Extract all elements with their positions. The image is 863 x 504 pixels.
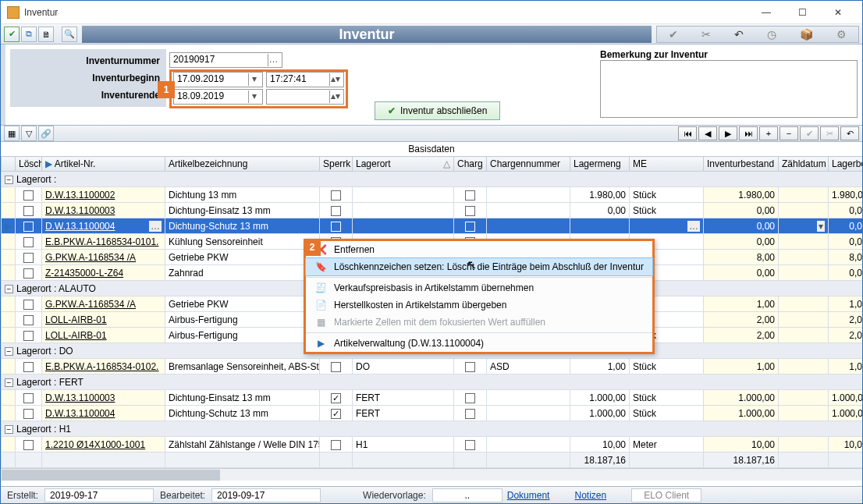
status-dokument-link[interactable]: Dokument xyxy=(507,490,550,501)
begin-time-field[interactable]: 17:27:41 xyxy=(270,73,329,86)
inventurnummer-field[interactable]: 20190917 xyxy=(173,54,268,66)
sperr-checkbox[interactable] xyxy=(331,222,341,232)
remove-row-button[interactable]: − xyxy=(780,126,798,140)
table-row[interactable]: D.W.13.1100003Dichtung-Einsatz 13 mmFERT… xyxy=(2,390,863,406)
sperr-checkbox[interactable] xyxy=(331,409,341,419)
charge-checkbox[interactable] xyxy=(465,409,475,419)
artikel-nr-link[interactable]: D.W.13.1100002 xyxy=(45,190,115,201)
col-lagerbe[interactable]: Lagerbe xyxy=(829,157,863,172)
context-menu-item[interactable]: 🔖Löschkennzeichen setzen: Löscht die Ein… xyxy=(305,257,653,276)
col-delete[interactable]: Lösch xyxy=(16,157,42,172)
delete-checkbox[interactable] xyxy=(23,362,34,372)
col-bezeichnung[interactable]: Artikelbezeichnung xyxy=(165,157,320,172)
table-row[interactable]: D.W.13.1100004Dichtung-Schutz 13 mmFERT1… xyxy=(2,406,863,421)
col-zaehldatum[interactable]: Zähldatum xyxy=(779,157,829,172)
col-artikel-nr[interactable]: ▶ Artikel-Nr. xyxy=(42,157,165,172)
settings-icon[interactable]: ⚙ xyxy=(836,28,847,41)
artikel-nr-link[interactable]: G.PKW.A-1168534 /A xyxy=(45,299,136,310)
delete-checkbox[interactable] xyxy=(23,268,34,279)
artikel-nr-link[interactable]: 1.2210 Ø14X1000-1001 xyxy=(45,439,145,450)
spinner-icon[interactable]: ▴▾ xyxy=(329,73,340,86)
delete-checkbox[interactable] xyxy=(23,440,34,450)
clock-icon[interactable]: ◷ xyxy=(767,28,776,41)
status-notizen-link[interactable]: Notizen xyxy=(574,490,606,501)
col-charge[interactable]: Charg xyxy=(454,157,487,172)
delete-checkbox[interactable] xyxy=(23,222,34,232)
chevron-down-icon[interactable]: ▾ xyxy=(248,73,259,86)
col-lagerort[interactable]: Lagerort △ xyxy=(353,157,454,172)
nav-last-button[interactable]: ⏭ xyxy=(739,126,758,140)
artikel-nr-link[interactable]: D.W.13.1100004 xyxy=(45,221,115,232)
minimize-button[interactable]: — xyxy=(748,1,784,24)
group-row[interactable]: −Lagerort : H1 xyxy=(2,421,863,437)
artikel-nr-link[interactable]: G.PKW.A-1168534 /A xyxy=(45,252,136,263)
context-menu-item[interactable]: ❌Entfernen xyxy=(306,241,652,258)
delete-checkbox[interactable] xyxy=(23,190,34,201)
delete-checkbox[interactable] xyxy=(23,409,34,419)
charge-checkbox[interactable] xyxy=(465,393,475,403)
box-icon[interactable]: 📦 xyxy=(800,28,813,41)
artikel-nr-link[interactable]: E.B.PKW.A-1168534-0102. xyxy=(45,361,158,372)
artikel-nr-link[interactable]: LOLL-AIRB-01 xyxy=(45,330,107,341)
nav-next-button[interactable]: ▶ xyxy=(719,126,737,140)
delete-checkbox[interactable] xyxy=(23,253,34,263)
maximize-button[interactable]: ☐ xyxy=(784,1,820,24)
lookup-icon[interactable]: … xyxy=(268,54,279,66)
sperr-checkbox[interactable] xyxy=(331,190,341,201)
charge-checkbox[interactable] xyxy=(465,440,475,450)
table-row[interactable]: E.B.PKW.A-1168534-0102.Bremsanlage Senso… xyxy=(2,359,863,374)
table-row[interactable]: D.W.13.1100003Dichtung-Einsatz 13 mm0,00… xyxy=(2,203,863,218)
artikel-nr-link[interactable]: D.W.13.1100003 xyxy=(45,392,115,403)
status-elo-button[interactable]: ELO Client xyxy=(631,488,701,502)
remark-textarea[interactable] xyxy=(600,60,858,118)
sperr-checkbox[interactable] xyxy=(331,440,341,450)
col-lagermenge[interactable]: Lagermeng xyxy=(570,157,630,172)
status-wiedervorlage-value[interactable]: .. xyxy=(432,488,503,502)
spinner-icon[interactable]: ▴▾ xyxy=(329,91,340,103)
nav-first-button[interactable]: ⏮ xyxy=(678,126,697,140)
artikel-nr-link[interactable]: D.W.13.1100003 xyxy=(45,205,115,216)
col-sperrk[interactable]: Sperrk xyxy=(320,157,353,172)
col-me[interactable]: ME xyxy=(630,157,704,172)
table-row[interactable]: ▶D.W.13.1100004 …Dichtung-Schutz 13 mm…0… xyxy=(2,218,863,234)
close-button[interactable]: ✕ xyxy=(820,1,856,24)
undo-icon[interactable]: ↶ xyxy=(734,28,744,41)
charge-checkbox[interactable] xyxy=(465,362,475,372)
artikel-nr-link[interactable]: Z-21435000-L-Z64 xyxy=(45,268,123,279)
delete-checkbox[interactable] xyxy=(23,300,34,310)
context-menu-item[interactable]: 🧾Verkaufspreisbasis in Artikelstamm über… xyxy=(306,279,652,296)
group-row[interactable]: −Lagerort : xyxy=(2,172,863,187)
delete-checkbox[interactable] xyxy=(23,206,34,216)
filter-icon[interactable]: ▽ xyxy=(21,126,37,141)
delete-checkbox[interactable] xyxy=(23,237,34,247)
context-menu-item[interactable]: ▶Artikelverwaltung (D.W.13.1100004) xyxy=(306,335,652,352)
end-time-field[interactable] xyxy=(270,91,329,103)
confirm-icon[interactable]: ✔ xyxy=(4,27,20,42)
nav-prev-button[interactable]: ◀ xyxy=(698,126,717,140)
sperr-checkbox[interactable] xyxy=(331,362,341,372)
artikel-nr-link[interactable]: LOLL-AIRB-01 xyxy=(45,314,107,325)
copy-icon[interactable]: ⧉ xyxy=(21,27,37,42)
delete-checkbox[interactable] xyxy=(23,331,34,341)
sperr-checkbox[interactable] xyxy=(331,393,341,403)
charge-checkbox[interactable] xyxy=(465,206,475,216)
chevron-down-icon[interactable]: ▾ xyxy=(248,91,259,103)
begin-date-field[interactable]: 17.09.2019 xyxy=(177,73,248,86)
artikel-nr-link[interactable]: E.B.PKW.A-1168534-0101. xyxy=(45,236,158,247)
artikel-nr-link[interactable]: D.W.13.1100004 xyxy=(45,408,115,419)
grid-icon[interactable]: ▦ xyxy=(4,126,20,141)
grid-header-row[interactable]: Lösch ▶ Artikel-Nr. Artikelbezeichnung S… xyxy=(2,157,863,172)
delete-checkbox[interactable] xyxy=(23,393,34,403)
add-row-button[interactable]: + xyxy=(759,126,778,140)
charge-checkbox[interactable] xyxy=(465,190,475,201)
table-row[interactable]: 1.2210 Ø14X1000-1001Zählstahl Zählstange… xyxy=(2,437,863,453)
grid-undo-button[interactable]: ↶ xyxy=(840,126,859,140)
charge-checkbox[interactable] xyxy=(465,222,475,232)
delete-checkbox[interactable] xyxy=(23,315,34,325)
table-row[interactable]: D.W.13.1100002Dichtung 13 mm1.980,00Stüc… xyxy=(2,187,863,203)
doc-icon[interactable]: 🗎 xyxy=(38,27,54,42)
end-date-field[interactable]: 18.09.2019 xyxy=(177,91,248,103)
search-icon[interactable]: 🔍 xyxy=(62,27,77,42)
col-chargennummer[interactable]: Chargennummer xyxy=(487,157,570,172)
sperr-checkbox[interactable] xyxy=(331,206,341,216)
